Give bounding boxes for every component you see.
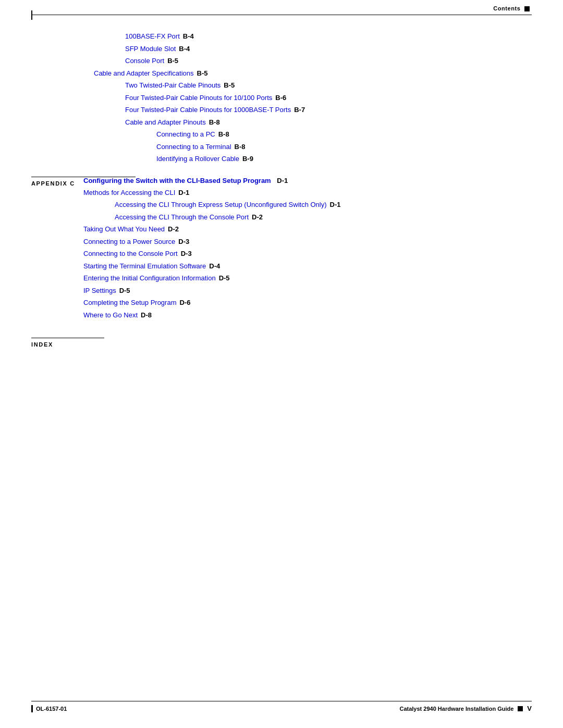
appendix-label-col: APPENDIX C <box>31 177 83 187</box>
appendix-title: Configuring the Switch with the CLI-Base… <box>83 177 288 184</box>
toc-item: Accessing the CLI Through Express Setup … <box>115 200 532 210</box>
toc-page: D-2 <box>252 212 263 223</box>
toc-link[interactable]: Connecting to a PC <box>156 129 215 140</box>
toc-page: B-8 <box>218 129 229 140</box>
page: Contents 100BASE-FX Port B-4 SFP Module … <box>0 0 563 728</box>
appendix-label: APPENDIX C <box>31 180 75 187</box>
toc-item: IP Settings D-5 <box>83 286 532 296</box>
toc-page: B-4 <box>179 44 190 54</box>
footer-content: OL-6157-01 Catalyst 2940 Hardware Instal… <box>31 705 532 712</box>
toc-link[interactable]: Identifying a Rollover Cable <box>156 154 239 164</box>
toc-item: Connecting to a Terminal B-8 <box>156 142 532 152</box>
appendix-page: D-1 <box>277 177 288 184</box>
toc-link[interactable]: Accessing the CLI Through Express Setup … <box>115 200 327 210</box>
toc-page: B-7 <box>294 105 305 115</box>
toc-link[interactable]: Four Twisted-Pair Cable Pinouts for 1000… <box>125 105 291 115</box>
toc-page: B-9 <box>242 154 253 164</box>
toc-link[interactable]: Where to Go Next <box>83 310 138 320</box>
toc-page: B-8 <box>209 117 220 128</box>
toc-link[interactable]: Connecting to the Console Port <box>83 249 178 259</box>
toc-item: SFP Module Slot B-4 <box>125 44 532 54</box>
toc-link[interactable]: Taking Out What You Need <box>83 224 165 235</box>
toc-link[interactable]: Cable and Adapter Specifications <box>94 68 194 79</box>
toc-page: D-8 <box>141 310 152 320</box>
appendix-title-col: Configuring the Switch with the CLI-Base… <box>83 177 532 323</box>
toc-page: D-3 <box>181 249 192 259</box>
toc-item: Accessing the CLI Through the Console Po… <box>115 212 532 223</box>
toc-item: Connecting to the Console Port D-3 <box>83 249 532 259</box>
toc-page: B-5 <box>224 80 235 91</box>
toc-item: Starting the Terminal Emulation Software… <box>83 261 532 272</box>
toc-page: B-8 <box>235 142 246 152</box>
footer-left-mark <box>31 705 33 712</box>
header-square <box>524 6 530 11</box>
top-border <box>31 15 532 15</box>
toc-item: Taking Out What You Need D-2 <box>83 224 532 235</box>
footer-square <box>518 706 523 711</box>
index-section: Index <box>31 338 532 348</box>
appendix-title-link[interactable]: Configuring the Switch with the CLI-Base… <box>83 177 271 184</box>
toc-page: D-3 <box>178 237 189 247</box>
toc-item: Cable and Adapter Pinouts B-8 <box>125 117 532 128</box>
toc-page: D-2 <box>168 224 179 235</box>
footer-line <box>31 701 532 701</box>
header: Contents <box>493 5 530 11</box>
toc-link[interactable]: SFP Module Slot <box>125 44 176 54</box>
footer-guide-title: Catalyst 2940 Hardware Installation Guid… <box>399 706 513 712</box>
toc-link[interactable]: Starting the Terminal Emulation Software <box>83 261 206 272</box>
toc-item: Two Twisted-Pair Cable Pinouts B-5 <box>125 80 532 91</box>
index-separator <box>31 338 104 338</box>
toc-page: B-5 <box>197 68 208 79</box>
footer-page-num: V <box>527 705 532 712</box>
toc-link[interactable]: Methods for Accessing the CLI <box>83 188 175 198</box>
footer-right: Catalyst 2940 Hardware Installation Guid… <box>399 705 532 712</box>
footer-left: OL-6157-01 <box>31 705 67 712</box>
footer-doc-num: OL-6157-01 <box>36 706 67 712</box>
toc-page: D-5 <box>219 273 230 283</box>
index-label: Index <box>31 341 53 348</box>
toc-page: B-4 <box>183 31 194 42</box>
toc-item: Console Port B-5 <box>125 56 532 66</box>
toc-link[interactable]: Four Twisted-Pair Cable Pinouts for 10/1… <box>125 93 272 103</box>
toc-item: Connecting to a PC B-8 <box>156 129 532 140</box>
content: 100BASE-FX Port B-4 SFP Module Slot B-4 … <box>31 31 532 348</box>
appendix-heading-row: Configuring the Switch with the CLI-Base… <box>83 177 532 184</box>
toc-link[interactable]: IP Settings <box>83 286 116 296</box>
toc-item: Identifying a Rollover Cable B-9 <box>156 154 532 164</box>
toc-item: Four Twisted-Pair Cable Pinouts for 10/1… <box>125 93 532 103</box>
header-label: Contents <box>493 5 520 11</box>
toc-item: Entering the Initial Configuration Infor… <box>83 273 532 283</box>
appendix-section: APPENDIX C Configuring the Switch with t… <box>31 177 532 323</box>
toc-item: 100BASE-FX Port B-4 <box>125 31 532 42</box>
toc-link[interactable]: Two Twisted-Pair Cable Pinouts <box>125 80 221 91</box>
top-left-mark <box>31 10 32 20</box>
toc-page: D-6 <box>179 298 190 308</box>
toc-item: Four Twisted-Pair Cable Pinouts for 1000… <box>125 105 532 115</box>
toc-link[interactable]: Accessing the CLI Through the Console Po… <box>115 212 249 223</box>
footer: OL-6157-01 Catalyst 2940 Hardware Instal… <box>31 701 532 712</box>
toc-item: Completing the Setup Program D-6 <box>83 298 532 308</box>
toc-link[interactable]: 100BASE-FX Port <box>125 31 180 42</box>
toc-link[interactable]: Cable and Adapter Pinouts <box>125 117 206 128</box>
toc-page: D-4 <box>209 261 220 272</box>
toc-item: Connecting to a Power Source D-3 <box>83 237 532 247</box>
toc-link[interactable]: Console Port <box>125 56 164 66</box>
toc-page: B-5 <box>167 56 178 66</box>
toc-page: B-6 <box>275 93 286 103</box>
toc-link[interactable]: Completing the Setup Program <box>83 298 176 308</box>
toc-page: D-1 <box>178 188 189 198</box>
toc-link[interactable]: Connecting to a Terminal <box>156 142 231 152</box>
toc-link[interactable]: Entering the Initial Configuration Infor… <box>83 273 216 283</box>
toc-page: D-5 <box>119 286 130 296</box>
toc-item: Methods for Accessing the CLI D-1 <box>83 188 532 198</box>
toc-item: Where to Go Next D-8 <box>83 310 532 320</box>
toc-page: D-1 <box>330 200 341 210</box>
toc-link[interactable]: Connecting to a Power Source <box>83 237 175 247</box>
toc-item: Cable and Adapter Specifications B-5 <box>94 68 532 79</box>
